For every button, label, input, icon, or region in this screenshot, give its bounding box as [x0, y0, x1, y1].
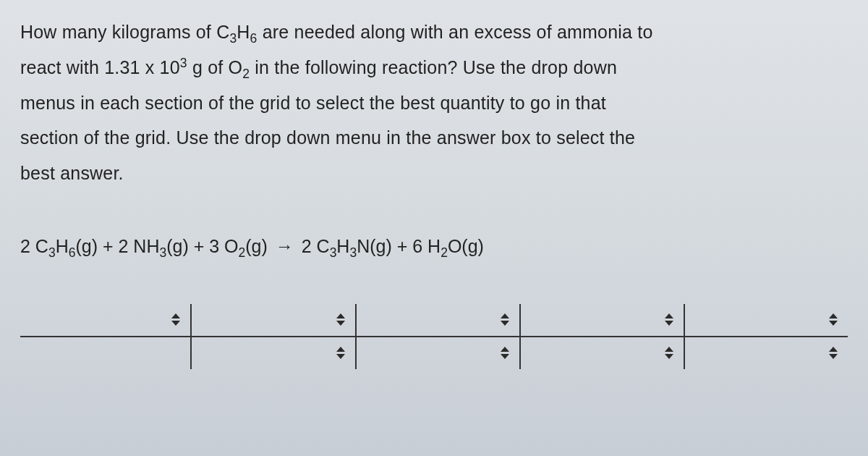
grid-cell-top-2 [192, 304, 354, 336]
grid-cell-bottom-5 [685, 337, 848, 369]
grid-cell-bottom-4 [521, 337, 684, 369]
question-text: How many kilograms of C3H6 are needed al… [20, 14, 848, 191]
grid-cell-top-1 [20, 304, 190, 336]
grid-cell-bottom-2 [192, 337, 354, 369]
chemical-equation: 2 C3H6(g) + 2 NH3(g) + 3 O2(g) → 2 C3H3N… [20, 236, 848, 257]
arrow-icon: → [273, 236, 297, 257]
dropdown-stepper[interactable] [336, 313, 345, 326]
dropdown-stepper[interactable] [336, 347, 345, 359]
dropdown-stepper[interactable] [501, 347, 509, 359]
conversion-grid [20, 304, 848, 369]
grid-cell-top-5 [685, 304, 848, 336]
dropdown-stepper[interactable] [665, 313, 673, 326]
dropdown-stepper[interactable] [501, 313, 509, 326]
dropdown-stepper[interactable] [829, 347, 838, 359]
dropdown-stepper[interactable] [665, 347, 673, 359]
dropdown-stepper[interactable] [829, 313, 838, 326]
grid-cell-bottom-3 [357, 337, 519, 369]
grid-cell-bottom-1 [20, 337, 190, 369]
dropdown-stepper[interactable] [171, 313, 180, 326]
grid-cell-top-4 [521, 304, 684, 336]
grid-cell-top-3 [357, 304, 519, 336]
